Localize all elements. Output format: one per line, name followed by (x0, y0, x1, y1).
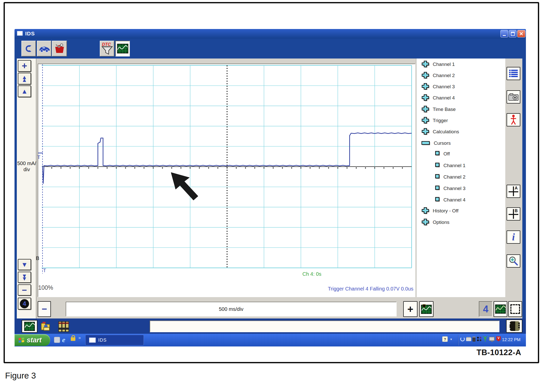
cursor-option-off[interactable]: Off (435, 150, 450, 158)
amplitude-zoom-out-button[interactable]: − (18, 284, 31, 296)
cursor-option-label[interactable]: Channel 1 (443, 163, 466, 168)
menu-item-label[interactable]: History - Off (433, 208, 458, 214)
pin-scope-icon (421, 304, 432, 314)
cursor-a-button[interactable]: A (507, 185, 520, 198)
radio-square-icon[interactable] (435, 197, 440, 203)
oscilloscope-plot[interactable] (38, 64, 415, 297)
vehicle-button[interactable] (37, 41, 51, 56)
capture-scope-button[interactable] (419, 301, 434, 317)
menu-item-calculations[interactable]: Calculations (421, 127, 459, 136)
library-tab-button[interactable] (56, 320, 72, 333)
menu-item-channel-1[interactable]: Channel 1 (421, 60, 455, 69)
menu-item-channel-3[interactable]: Channel 3 (421, 82, 455, 91)
radio-square-icon[interactable] (435, 174, 440, 180)
tray-collapse-arrow[interactable]: ▾ (450, 337, 452, 341)
plus-expand-icon[interactable] (421, 127, 430, 137)
tray-device-icon[interactable] (472, 337, 476, 342)
scope-tab-button[interactable] (22, 320, 37, 333)
time-zero-marker[interactable]: T (43, 268, 46, 273)
trace-page-down-button[interactable]: ▼▼ (18, 272, 31, 283)
timebase-scrollbar[interactable]: 500 ms/div (66, 302, 397, 316)
menu-item-time-base[interactable]: Time Base (421, 105, 456, 114)
cursor-option-channel-4[interactable]: Channel 4 (435, 196, 466, 204)
capture-image-button[interactable] (507, 90, 520, 104)
vcm-device-button[interactable] (506, 320, 522, 333)
menu-item-label[interactable]: Time Base (433, 107, 456, 112)
cursor-option-label[interactable]: Channel 4 (443, 197, 466, 203)
menu-item-options[interactable]: Options (421, 218, 449, 227)
tray-help-icon[interactable]: ? (442, 336, 448, 342)
taskbar-task-ids[interactable]: IDS (85, 335, 144, 345)
window-titlebar[interactable]: IDS ✕ (15, 29, 526, 39)
single-scope-view-button[interactable] (494, 301, 507, 317)
radio-square-icon[interactable] (435, 151, 440, 157)
minimize-button[interactable] (500, 30, 508, 37)
menu-item-label[interactable]: Channel 4 (433, 95, 455, 101)
double-down-arrow-icon: ▼▼ (22, 274, 27, 280)
technician-button[interactable] (507, 113, 520, 126)
back-button[interactable] (21, 41, 36, 56)
timebase-zoom-in-button[interactable]: + (403, 301, 417, 317)
plus-expand-icon[interactable] (421, 206, 430, 216)
menu-item-channel-4[interactable]: Channel 4 (421, 94, 455, 102)
zoom-tool-button[interactable] (507, 254, 520, 268)
radio-square-icon[interactable] (435, 162, 440, 169)
trace-up-button[interactable]: ▲ (18, 85, 31, 97)
quicklaunch-app-icon[interactable] (54, 337, 60, 343)
restore-button[interactable] (509, 30, 516, 37)
tray-clock[interactable]: 12:22 PM (502, 337, 521, 342)
cursor-option-channel-2[interactable]: Channel 2 (435, 173, 466, 181)
radio-square-icon[interactable] (435, 185, 440, 192)
cursor-b-button[interactable]: B (507, 207, 520, 221)
plus-expand-icon[interactable] (421, 71, 430, 80)
close-button[interactable]: ✕ (517, 30, 525, 37)
start-button[interactable]: start (15, 334, 50, 346)
plus-expand-icon[interactable] (421, 82, 430, 92)
menu-item-label[interactable]: Channel 3 (433, 84, 455, 90)
minus-collapse-icon[interactable] (421, 139, 431, 147)
cursor-option-channel-1[interactable]: Channel 1 (435, 161, 466, 170)
channel-4-select-button[interactable]: 4 (18, 298, 31, 310)
cursor-option-channel-3[interactable]: Channel 3 (435, 184, 466, 193)
cursor-option-label[interactable]: Channel 2 (443, 174, 466, 180)
menu-item-label[interactable]: Channel 1 (433, 62, 455, 67)
cursor-option-label[interactable]: Channel 3 (443, 186, 466, 191)
info-button[interactable]: i (507, 230, 520, 244)
plus-expand-icon[interactable] (421, 60, 430, 69)
quicklaunch-chevron[interactable]: » (78, 335, 81, 340)
grid-layout-button[interactable] (508, 301, 522, 317)
amplitude-zoom-in-button[interactable]: + (18, 60, 31, 72)
menu-item-history[interactable]: History - Off (421, 207, 458, 215)
data-list-button[interactable] (507, 67, 520, 80)
trace-page-up-button[interactable]: ▲▲ (18, 73, 31, 84)
menu-item-label[interactable]: Calculations (433, 129, 459, 135)
tray-network-icon[interactable] (477, 337, 482, 341)
tray-monitor-icon[interactable] (489, 337, 495, 341)
cursor-option-label[interactable]: Off (443, 151, 450, 157)
dtc-button[interactable]: DTC (100, 41, 114, 56)
menu-item-trigger[interactable]: Trigger (421, 116, 448, 125)
documents-tab-button[interactable] (39, 320, 54, 333)
menu-item-label[interactable]: Options (433, 220, 449, 225)
plus-expand-icon[interactable] (421, 105, 430, 114)
timebase-zoom-out-button[interactable]: − (38, 301, 51, 317)
tray-sync-icon[interactable] (460, 337, 465, 341)
toolbox-button[interactable] (52, 41, 67, 56)
ie-icon[interactable]: e (62, 336, 69, 343)
lock-icon[interactable] (71, 337, 75, 341)
plus-expand-icon[interactable] (421, 116, 430, 125)
plus-expand-icon[interactable] (421, 93, 430, 103)
menu-item-label[interactable]: Channel 2 (433, 73, 455, 78)
tray-antenna-icon[interactable] (483, 336, 488, 342)
tray-printer-icon[interactable] (466, 338, 471, 341)
oscilloscope-tool-button[interactable] (115, 41, 130, 56)
trigger-level-dash[interactable] (38, 153, 43, 153)
trace-down-button[interactable]: ▼ (18, 259, 31, 270)
menu-item-label[interactable]: Cursors (434, 140, 451, 146)
menu-item-label[interactable]: Trigger (433, 118, 448, 123)
menu-item-cursors[interactable]: Cursors (421, 139, 451, 148)
plus-expand-icon[interactable] (421, 217, 430, 227)
scope-view-icon (495, 304, 506, 314)
trigger-level-marker[interactable]: T (37, 154, 40, 160)
menu-item-channel-2[interactable]: Channel 2 (421, 71, 455, 80)
